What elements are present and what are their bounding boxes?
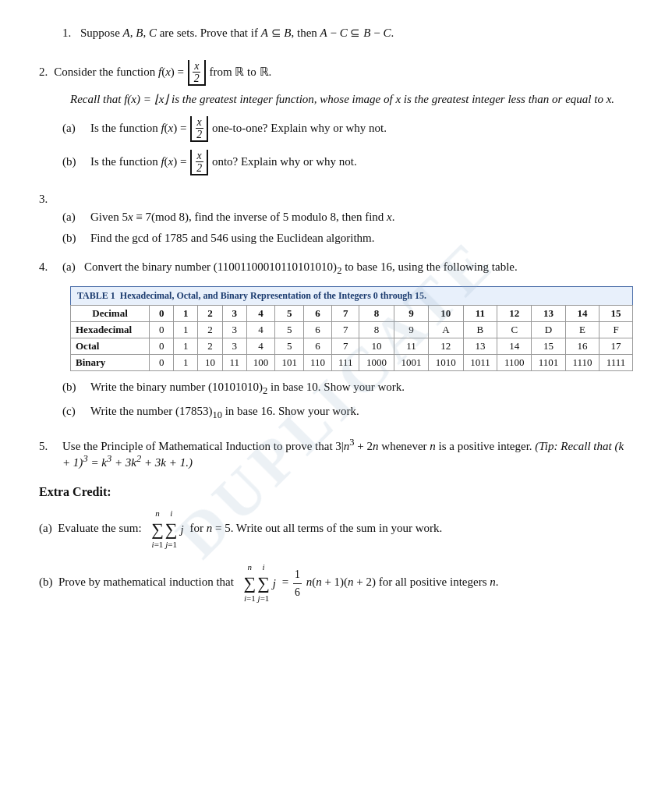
problem-3-num: 3. [39, 193, 56, 206]
problem-4a-text: Convert the binary number (1100110001011… [84, 260, 518, 277]
problem-2-text: Consider the function f(x) = x2 from ℝ t… [54, 60, 271, 86]
extra-credit-a: (a) Evaluate the sum: n ∑ i=1 i ∑ j=1 j … [39, 507, 633, 551]
problem-3b: (b) Find the gcd of 1785 and 546 using t… [62, 232, 633, 245]
problem-5-text: Use the Principle of Mathematical Induct… [62, 437, 633, 469]
problem-1-text: 1. Suppose A, B, C are sets. Prove that … [62, 23, 633, 43]
problem-3: 3. (a) Given 5x ≡ 7(mod 8), find the inv… [39, 193, 633, 245]
problem-3b-text: Find the gcd of 1785 and 546 using the E… [90, 232, 633, 245]
table-caption: TABLE 1 Hexadecimal, Octal, and Binary R… [70, 286, 633, 305]
problem-1: 1. Suppose A, B, C are sets. Prove that … [39, 23, 633, 43]
hex-table: TABLE 1 Hexadecimal, Octal, and Binary R… [70, 286, 633, 371]
problem-2b: (b) Is the function f(x) = x2 onto? Expl… [62, 150, 633, 175]
sigma-inner: i ∑ j=1 [165, 507, 178, 551]
problem-5: 5. Use the Principle of Mathematical Ind… [39, 437, 633, 469]
problem-5-num: 5. [39, 440, 56, 453]
extra-credit-title: Extra Credit: [39, 485, 633, 499]
extra-credit-b-label: (b) [39, 576, 53, 589]
problem-3b-label: (b) [62, 232, 90, 245]
problem-1-num: 1. [62, 27, 71, 39]
problem-3a-label: (a) [62, 211, 90, 224]
problem-2b-text: Is the function f(x) = x2 onto? Explain … [90, 150, 633, 175]
table-row-binary: Binary 0110 11100101 1101111000 10011010… [71, 355, 633, 371]
sigma-outer: n ∑ i=1 [151, 507, 164, 551]
problem-2: 2. Consider the function f(x) = x2 from … [39, 60, 633, 176]
extra-credit-section: Extra Credit: (a) Evaluate the sum: n ∑ … [39, 485, 633, 605]
table-header-row: Decimal 012 345 678 91011 121314 15 [71, 306, 633, 322]
problem-2-num: 2. [39, 66, 48, 79]
col-header-label: Decimal [71, 306, 150, 322]
extra-credit-a-label: (a) [39, 522, 52, 534]
problem-2a-label: (a) [62, 122, 90, 135]
floor-bracket-2: x2 [188, 60, 206, 86]
problem-4-num: 4. [39, 260, 56, 274]
hex-table-container: TABLE 1 Hexadecimal, Octal, and Binary R… [70, 286, 633, 371]
problem-2a-text: Is the function f(x) = x2 one-to-one? Ex… [90, 116, 633, 142]
problem-4b-text: Write the binary number (10101010)2 in b… [90, 381, 633, 397]
extra-credit-b: (b) Prove by mathematical induction that… [39, 561, 633, 605]
table-row-octal: Octal 012 345 6710 111213 141516 17 [71, 338, 633, 355]
problem-4b-label: (b) [62, 381, 90, 394]
sigma-b-inner: i ∑ j=1 [257, 561, 270, 605]
problem-4b: (b) Write the binary number (10101010)2 … [62, 381, 633, 397]
problem-4c-text: Write the number (17853)10 in base 16. S… [90, 405, 633, 421]
problem-3a: (a) Given 5x ≡ 7(mod 8), find the invers… [62, 211, 633, 224]
table-row-hex: Hexadecimal 012 345 678 9AB CDE F [71, 322, 633, 338]
problem-4c: (c) Write the number (17853)10 in base 1… [62, 405, 633, 421]
problem-2b-label: (b) [62, 155, 90, 168]
problem-4a-label: (a) [62, 260, 84, 274]
problem-4c-label: (c) [62, 405, 90, 418]
sigma-b-outer: n ∑ i=1 [243, 561, 256, 605]
problem-2a: (a) Is the function f(x) = x2 one-to-one… [62, 116, 633, 142]
problem-4: 4. (a) Convert the binary number (110011… [39, 260, 633, 421]
problem-2-recall: Recall that f(x) = ⌊x⌋ is the greatest i… [70, 90, 633, 108]
problem-3a-text: Given 5x ≡ 7(mod 8), find the inverse of… [90, 211, 633, 224]
